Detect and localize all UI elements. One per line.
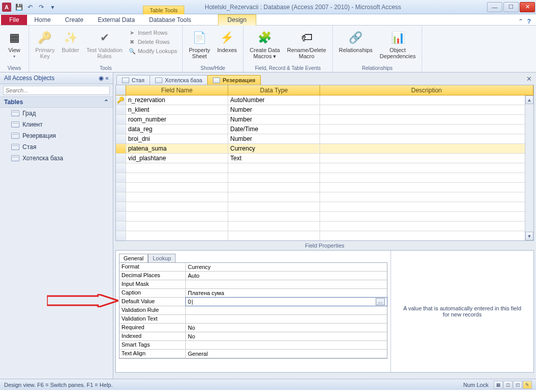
cell-data-type[interactable]: Number [228, 105, 320, 114]
cell-data-type[interactable] [228, 192, 320, 202]
search-input[interactable] [3, 86, 110, 95]
grid-row[interactable]: platena_sumaCurrency [116, 144, 533, 154]
grid-row[interactable]: room_numberNumber [116, 115, 533, 125]
property-value[interactable]: General [186, 350, 387, 358]
view-datasheet-icon[interactable]: ▦ [494, 381, 503, 389]
modify-lookups-button[interactable]: 🔍Modify Lookups [128, 47, 178, 55]
property-row[interactable]: CaptionПлатена сума [119, 289, 387, 298]
row-selector[interactable] [116, 134, 126, 143]
cell-field-name[interactable]: platena_suma [126, 144, 228, 153]
row-selector-header[interactable] [116, 85, 126, 95]
cell-field-name[interactable] [126, 173, 228, 182]
maximize-button[interactable]: ☐ [503, 2, 519, 12]
cell-description[interactable] [320, 183, 533, 192]
property-sheet-button[interactable]: 📄 Property Sheet [187, 29, 212, 60]
tab-external-data[interactable]: External Data [90, 15, 142, 25]
nav-item[interactable]: Стая [0, 141, 113, 153]
cell-data-type[interactable] [228, 222, 320, 231]
property-value[interactable]: No [186, 324, 387, 332]
grid-row[interactable]: vid_plashtaneText [116, 154, 533, 163]
property-value[interactable] [186, 315, 387, 323]
collapse-icon[interactable]: ⌃ [104, 99, 109, 106]
cell-data-type[interactable] [228, 231, 320, 240]
cell-data-type[interactable]: AutoNumber [228, 95, 320, 105]
cell-data-type[interactable] [228, 202, 320, 211]
cell-data-type[interactable] [228, 183, 320, 192]
indexes-button[interactable]: ⚡ Indexes [215, 29, 239, 54]
row-selector[interactable] [116, 231, 126, 240]
nav-item[interactable]: Хотелска база [0, 153, 113, 164]
rename-delete-macro-button[interactable]: 🏷 Rename/Delete Macro [285, 29, 328, 60]
property-row[interactable]: Text AlignGeneral [119, 350, 387, 358]
relationships-button[interactable]: 🔗 Relationships [337, 29, 375, 54]
builder-button[interactable]: ✨ Builder [60, 29, 81, 54]
file-tab[interactable]: File [1, 15, 27, 25]
row-selector[interactable] [116, 144, 126, 153]
view-design-icon[interactable]: ✎ [523, 381, 532, 389]
cell-description[interactable] [320, 95, 533, 105]
cell-description[interactable] [320, 154, 533, 163]
tab-create[interactable]: Create [58, 15, 90, 25]
row-selector[interactable] [116, 183, 126, 192]
cell-data-type[interactable]: Text [228, 154, 320, 163]
grid-row[interactable] [116, 222, 533, 231]
tab-home[interactable]: Home [27, 15, 58, 25]
grid-row[interactable] [116, 202, 533, 212]
view-button[interactable]: ▦ View ▾ [4, 29, 25, 60]
cell-description[interactable] [320, 192, 533, 202]
property-value[interactable] [186, 306, 387, 314]
cell-description[interactable] [320, 212, 533, 221]
cell-description[interactable] [320, 105, 533, 114]
cell-data-type[interactable] [228, 173, 320, 182]
property-value[interactable]: 0|… [186, 298, 387, 306]
nav-item[interactable]: Резервация [0, 130, 113, 141]
cell-field-name[interactable] [126, 222, 228, 231]
primary-key-button[interactable]: 🔑 Primary Key [33, 29, 57, 60]
tab-design[interactable]: Design [218, 14, 256, 26]
cell-description[interactable] [320, 134, 533, 143]
cell-description[interactable] [320, 144, 533, 153]
redo-icon[interactable]: ↷ [37, 3, 46, 12]
minimize-ribbon-icon[interactable]: ⌃ [518, 18, 523, 25]
fp-tab-general[interactable]: General [119, 254, 148, 262]
nav-dropdown-icon[interactable]: ◉ « [99, 75, 109, 82]
row-selector[interactable] [116, 222, 126, 231]
minimize-button[interactable]: — [487, 2, 502, 12]
property-row[interactable]: Decimal PlacesAuto [119, 272, 387, 280]
cell-field-name[interactable]: data_reg [126, 125, 228, 134]
grid-row[interactable] [116, 163, 533, 173]
cell-field-name[interactable] [126, 231, 228, 240]
row-selector[interactable] [116, 192, 126, 202]
object-dependencies-button[interactable]: 📊 Object Dependencies [378, 29, 418, 60]
cell-description[interactable] [320, 222, 533, 231]
cell-description[interactable] [320, 125, 533, 134]
nav-header[interactable]: All Access Objects ◉ « [0, 72, 113, 84]
property-row[interactable]: Input Mask [119, 280, 387, 289]
col-description[interactable]: Description [320, 85, 533, 95]
property-value[interactable]: Currency [186, 263, 387, 271]
property-row[interactable]: IndexedNo [119, 332, 387, 341]
cell-field-name[interactable] [126, 183, 228, 192]
col-data-type[interactable]: Data Type [228, 85, 320, 95]
cell-field-name[interactable]: room_number [126, 115, 228, 124]
row-selector[interactable] [116, 163, 126, 173]
property-row[interactable]: Validation Text [119, 315, 387, 324]
scroll-down-icon[interactable]: ▼ [525, 232, 533, 240]
grid-row[interactable] [116, 231, 533, 241]
doc-tab[interactable]: Резервация [207, 75, 261, 85]
property-row[interactable]: Smart Tags [119, 341, 387, 350]
cell-field-name[interactable]: n_rezervation [126, 95, 228, 105]
close-button[interactable]: ✕ [520, 2, 535, 12]
scroll-up-icon[interactable]: ▲ [525, 95, 533, 104]
cell-field-name[interactable] [126, 163, 228, 173]
cell-data-type[interactable] [228, 212, 320, 221]
tab-database-tools[interactable]: Database Tools [142, 15, 199, 25]
grid-row[interactable] [116, 192, 533, 202]
cell-description[interactable] [320, 231, 533, 240]
doc-tab[interactable]: Хотелска база [150, 75, 208, 85]
cell-field-name[interactable] [126, 192, 228, 202]
save-icon[interactable]: 💾 [14, 3, 23, 12]
cell-field-name[interactable]: broi_dni [126, 134, 228, 143]
grid-row[interactable] [116, 183, 533, 192]
cell-field-name[interactable] [126, 202, 228, 211]
